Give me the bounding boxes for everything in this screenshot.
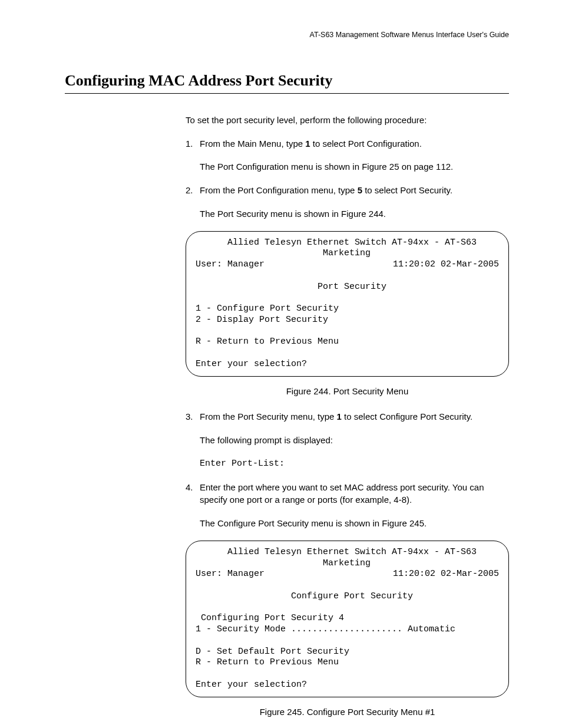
step-text: From the Main Menu, type 1 to select Por… bbox=[200, 137, 509, 150]
step-2-sub: The Port Security menu is shown in Figur… bbox=[200, 207, 509, 220]
step-1: 1. From the Main Menu, type 1 to select … bbox=[186, 137, 509, 150]
step-text: From the Port Security menu, type 1 to s… bbox=[200, 410, 509, 423]
figure-caption-245: Figure 245. Configure Port Security Menu… bbox=[186, 706, 509, 719]
body-content: To set the port security level, perform … bbox=[186, 114, 509, 719]
figure-caption-244: Figure 244. Port Security Menu bbox=[186, 385, 509, 398]
step-1-sub: The Port Configuration menu is shown in … bbox=[200, 160, 509, 173]
step-3-sub: The following prompt is displayed: bbox=[200, 434, 509, 447]
step-number: 2. bbox=[186, 184, 200, 197]
terminal-screen-2: Allied Telesyn Ethernet Switch AT-94xx -… bbox=[186, 541, 509, 697]
step-3: 3. From the Port Security menu, type 1 t… bbox=[186, 410, 509, 423]
step-2: 2. From the Port Configuration menu, typ… bbox=[186, 184, 509, 197]
prompt-text: Enter Port-List: bbox=[200, 457, 509, 470]
step-text: From the Port Configuration menu, type 5… bbox=[200, 184, 509, 197]
step-text: Enter the port where you want to set MAC… bbox=[200, 481, 509, 507]
step-number: 4. bbox=[186, 481, 200, 507]
step-number: 3. bbox=[186, 410, 200, 423]
step-4: 4. Enter the port where you want to set … bbox=[186, 481, 509, 507]
terminal-screen-1: Allied Telesyn Ethernet Switch AT-94xx -… bbox=[186, 231, 509, 377]
step-4-sub: The Configure Port Security menu is show… bbox=[200, 517, 509, 530]
step-number: 1. bbox=[186, 137, 200, 150]
running-header: AT-S63 Management Software Menus Interfa… bbox=[65, 29, 509, 40]
intro-paragraph: To set the port security level, perform … bbox=[186, 114, 509, 127]
page-title: Configuring MAC Address Port Security bbox=[65, 70, 509, 94]
